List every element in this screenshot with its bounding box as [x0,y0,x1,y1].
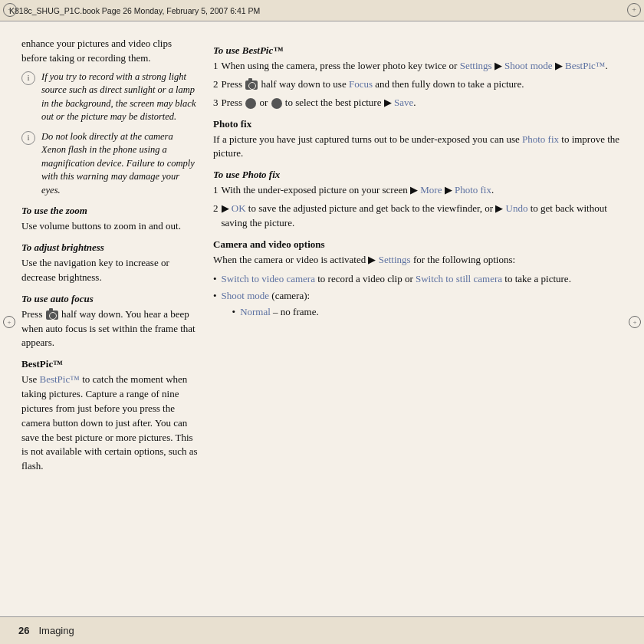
side-mark-right [629,316,641,328]
intro-text: enhance your pictures and video clips be… [21,37,198,66]
brightness-body: Use the navigation key to increase or de… [21,256,198,285]
top-bar: K818c_SHUG_P1C.book Page 26 Monday, Febr… [0,0,644,21]
switch-video-link: Switch to video camera [222,273,315,284]
photofix-link-inline: Photo fix [522,133,559,145]
settings-link-1: Settings [460,60,492,71]
photofix-step-1: 1 With the under-exposed picture on your… [213,183,623,198]
option-switch-camera: Switch to video camera to record a video… [213,272,623,287]
left-column: enhance your pictures and video clips be… [21,37,198,604]
page-container: K818c_SHUG_P1C.book Page 26 Monday, Febr… [0,0,644,644]
ok-link: OK [232,202,246,214]
more-link: More [420,184,442,196]
nav-down-icon [271,98,282,109]
photofix-body: If a picture you have just captured turn… [213,133,623,162]
bottom-bar: 26 Imaging [0,616,644,644]
note-1: i If you try to record with a strong lig… [21,71,198,124]
photofix-steps: 1 With the under-exposed picture on your… [213,183,623,231]
bestpic-body: Use BestPic™ to catch the moment when ta… [21,373,198,474]
bestpic-link-inline: BestPic™ [39,373,79,385]
photofix-heading: Photo fix [213,118,623,130]
photofix-link-step: Photo fix [455,184,491,196]
bestpic-heading: BestPic™ [21,358,198,370]
bestpic-step-1: 1 When using the camera, press the lower… [213,59,623,74]
settings-link-2: Settings [379,254,411,265]
zoom-body: Use volume buttons to zoom in and out. [21,219,198,234]
right-column: To use BestPic™ 1 When using the camera,… [213,37,623,604]
top-bar-text: K818c_SHUG_P1C.book Page 26 Monday, Febr… [9,6,260,15]
brightness-heading: To adjust brightness [21,242,198,254]
to-use-photofix-heading: To use Photo fix [213,169,623,181]
shoot-mode-link-2: Shoot mode [222,290,269,301]
zoom-heading: To use the zoom [21,205,198,217]
photofix-step-2: 2 ▶ OK to save the adjusted picture and … [213,202,623,231]
shoot-mode-link-1: Shoot mode [504,60,552,71]
normal-link: Normal [240,306,271,317]
corner-mark-tr [627,3,641,17]
main-content: enhance your pictures and video clips be… [0,21,644,616]
switch-still-link: Switch to still camera [416,273,502,284]
to-use-bestpic-heading: To use BestPic™ [213,44,623,57]
options-list: Switch to video camera to record a video… [213,272,623,320]
option-shoot-mode: Shoot mode (camera): Normal – no frame. [213,289,623,320]
camera-button-icon [46,310,58,320]
note-2-text: Do not look directly at the camera Xenon… [41,130,198,198]
autofocus-heading: To use auto focus [21,293,198,305]
bestpic-step-2: 2 Press half way down to use Focus and t… [213,77,623,92]
page-label: Imaging [38,625,74,636]
camera-video-body: When the camera or video is activated ▶ … [213,253,623,268]
note-icon-1: i [21,71,35,85]
bestpic-steps: 1 When using the camera, press the lower… [213,59,623,110]
note-icon-2: i [21,131,35,145]
camera-video-heading: Camera and video options [213,238,623,251]
shoot-mode-normal: Normal – no frame. [232,305,319,320]
side-mark-left [3,316,15,328]
bestpic-step-3: 3 Press or to select the best picture ▶ … [213,96,623,110]
note-2: i Do not look directly at the camera Xen… [21,130,198,198]
camera-button-icon-2 [245,80,258,90]
note-1-text: If you try to record with a strong light… [41,71,198,124]
shoot-mode-sub-list: Normal – no frame. [232,305,319,320]
nav-up-icon [245,98,256,109]
autofocus-body: Press half way down. You hear a beep whe… [21,307,198,351]
page-number: 26 [18,625,29,636]
bestpic-link-1: BestPic™ [565,60,605,71]
focus-link: Focus [349,78,373,90]
undo-link: Undo [506,202,528,214]
save-link: Save [394,97,413,108]
corner-mark-tl [3,3,17,17]
